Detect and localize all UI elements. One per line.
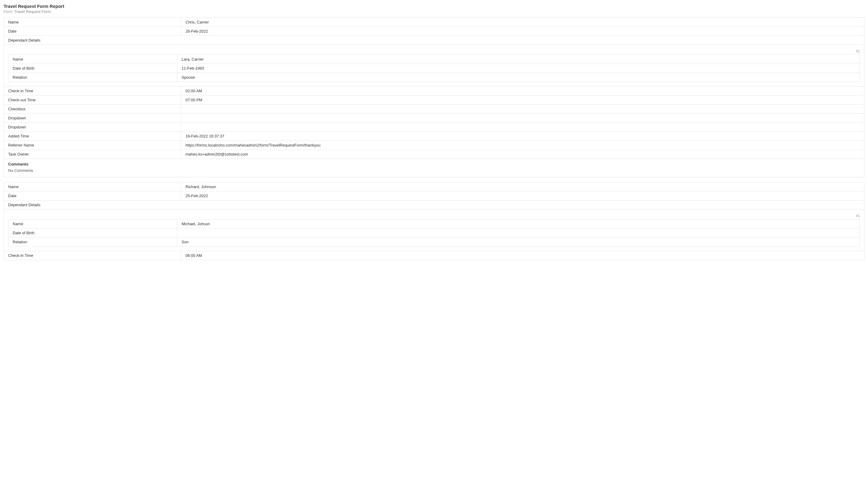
form-label-prefix: Form: <box>4 10 14 14</box>
field-label: Date of Birth <box>8 64 177 73</box>
dependant-index: #1 <box>8 214 860 218</box>
field-row-checkout: Check-out Time 07:00 PM <box>4 96 864 105</box>
field-label: Checkbox <box>4 105 181 113</box>
dependant-table: Name Lara, Carner Date of Birth 11-Feb-1… <box>8 54 860 82</box>
dependant-row-name: Name Michael, Johson <box>8 219 860 228</box>
field-value: 11-Feb-1993 <box>177 64 860 73</box>
field-row-referrer: Referrer Name https://forms.localzoho.co… <box>4 141 864 150</box>
dependant-section-header: Dependant Details <box>4 36 864 45</box>
field-value <box>181 114 864 122</box>
field-value: 06:00 AM <box>181 251 864 260</box>
dependant-subsection: #1 Name Lara, Carner Date of Birth 11-Fe… <box>4 45 864 87</box>
field-label: Dropdown <box>4 123 181 131</box>
field-label: Dropdown <box>4 114 181 122</box>
field-label: Check-out Time <box>4 96 181 104</box>
field-value <box>181 123 864 131</box>
dependant-row-dob: Date of Birth 11-Feb-1993 <box>8 64 860 73</box>
dependant-row-name: Name Lara, Carner <box>8 55 860 64</box>
field-row-checkin: Check-in Time 06:00 AM <box>4 251 864 260</box>
comments-text: No Comments <box>8 168 860 173</box>
field-value: Chris, Carner <box>181 18 864 27</box>
field-label: Date of Birth <box>8 228 177 237</box>
field-value: 02:00 AM <box>181 87 864 95</box>
dependant-row-relation: Relation Son <box>8 238 860 246</box>
field-row-checkin: Check-in Time 02:00 AM <box>4 87 864 96</box>
field-row-checkbox: Checkbox <box>4 105 864 114</box>
field-row-name: Name Richard, Johnson <box>4 182 864 192</box>
field-value <box>177 228 860 237</box>
field-label: Name <box>8 55 177 64</box>
report-header: Travel Request Form Report Form: Travel … <box>4 4 864 14</box>
comments-section: Comments No Comments <box>4 159 864 177</box>
dependant-row-dob: Date of Birth <box>8 228 860 238</box>
form-subline: Form: Travel Request Form <box>4 9 864 14</box>
field-label: Check-in Time <box>4 87 181 95</box>
field-value: 07:00 PM <box>181 96 864 104</box>
field-value: https://forms.localzoho.com/mahesadmin2/… <box>181 141 864 150</box>
record-card: Name Chris, Carner Date 26-Feb-2022 Depe… <box>4 18 864 177</box>
dependant-row-relation: Relation Spouse <box>8 73 860 82</box>
field-row-added-time: Added Time 16-Feb-2022 16:37:37 <box>4 132 864 141</box>
field-row-date: Date 26-Feb-2022 <box>4 27 864 36</box>
page-title: Travel Request Form Report <box>4 4 864 9</box>
field-value <box>181 105 864 113</box>
field-value: 25-Feb-2022 <box>181 192 864 200</box>
field-row-dropdown: Dropdown <box>4 114 864 123</box>
field-value: Son <box>177 238 860 246</box>
field-value: 26-Feb-2022 <box>181 27 864 35</box>
field-label: Added Time <box>4 132 181 141</box>
field-label: Relation <box>8 238 177 246</box>
field-label: Referrer Name <box>4 141 181 150</box>
field-value: Michael, Johson <box>177 219 860 228</box>
field-label: Name <box>4 182 181 191</box>
comments-title: Comments <box>8 162 860 166</box>
field-value: Richard, Johnson <box>181 182 864 191</box>
field-row-task-owner: Task Owner mahes.ks+admin2t0@zohotest.co… <box>4 150 864 159</box>
field-label: Task Owner <box>4 150 181 158</box>
dependant-index: #1 <box>8 49 860 53</box>
dependant-table: Name Michael, Johson Date of Birth Relat… <box>8 219 860 247</box>
field-label: Date <box>4 192 181 200</box>
field-label: Name <box>4 18 181 27</box>
form-name: Travel Request Form <box>14 9 51 14</box>
record-card: Name Richard, Johnson Date 25-Feb-2022 D… <box>4 182 864 260</box>
field-label: Name <box>8 219 177 228</box>
field-value: mahes.ks+admin2t0@zohotest.com <box>181 150 864 158</box>
dependant-section-header: Dependant Details <box>4 200 864 210</box>
field-label: Check-in Time <box>4 251 181 260</box>
field-value: 16-Feb-2022 16:37:37 <box>181 132 864 141</box>
field-row-dropdown: Dropdown <box>4 123 864 132</box>
field-row-name: Name Chris, Carner <box>4 18 864 27</box>
dependant-subsection: #1 Name Michael, Johson Date of Birth Re… <box>4 210 864 251</box>
field-value: Lara, Carner <box>177 55 860 64</box>
field-value: Spouse <box>177 73 860 82</box>
field-label: Date <box>4 27 181 35</box>
field-row-date: Date 25-Feb-2022 <box>4 192 864 200</box>
field-label: Relation <box>8 73 177 82</box>
